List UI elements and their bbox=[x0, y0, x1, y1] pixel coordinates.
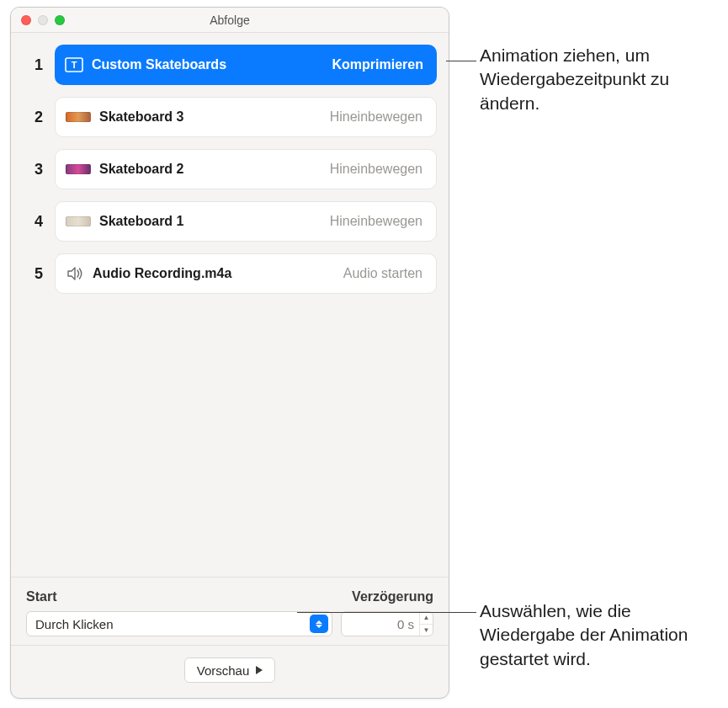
audio-icon bbox=[66, 264, 84, 283]
minimize-icon[interactable] bbox=[38, 15, 48, 25]
item-effect: Hineinbewegen bbox=[330, 214, 422, 229]
list-item[interactable]: 5 Audio Recording.m4a Audio starten bbox=[23, 253, 437, 294]
list-item[interactable]: 2 Skateboard 3 Hineinbewegen bbox=[23, 97, 437, 137]
callout-line bbox=[297, 612, 476, 613]
start-label: Start bbox=[26, 589, 56, 604]
skateboard-thumbnail-icon bbox=[66, 216, 91, 226]
bottom-panel: Start Verzögerung Durch Klicken 0 s ▲ ▼ bbox=[11, 577, 449, 698]
maximize-icon[interactable] bbox=[55, 15, 65, 25]
titlebar[interactable]: Abfolge bbox=[11, 8, 449, 33]
item-name: Custom Skateboards bbox=[92, 57, 324, 72]
list-item-card-selected[interactable]: T Custom Skateboards Komprimieren bbox=[55, 45, 437, 85]
skateboard-thumbnail-icon bbox=[66, 112, 91, 122]
list-item[interactable]: 1 T Custom Skateboards Komprimieren bbox=[23, 45, 437, 85]
delay-label: Verzögerung bbox=[352, 589, 433, 604]
row-number: 1 bbox=[23, 56, 55, 74]
preview-button[interactable]: Vorschau bbox=[184, 657, 276, 683]
preview-button-label: Vorschau bbox=[197, 663, 250, 678]
item-name: Skateboard 1 bbox=[99, 214, 321, 229]
play-icon bbox=[256, 666, 263, 674]
callout-drag-animation: Animation ziehen, um Wiedergabezeitpunkt… bbox=[480, 44, 724, 115]
item-name: Skateboard 3 bbox=[99, 109, 321, 125]
chevron-up-down-icon bbox=[310, 615, 328, 633]
delay-value: 0 s bbox=[342, 617, 419, 631]
stepper-up-icon[interactable]: ▲ bbox=[420, 612, 433, 625]
row-number: 4 bbox=[23, 213, 55, 231]
item-effect: Hineinbewegen bbox=[330, 162, 422, 177]
list-item-card[interactable]: Skateboard 2 Hineinbewegen bbox=[55, 149, 437, 189]
callout-choose-start: Auswählen, wie die Wiedergabe der Animat… bbox=[480, 599, 715, 671]
start-select[interactable]: Durch Klicken bbox=[26, 611, 332, 636]
row-number: 2 bbox=[23, 109, 55, 126]
traffic-lights bbox=[21, 15, 65, 25]
item-effect: Komprimieren bbox=[332, 57, 423, 72]
close-icon[interactable] bbox=[21, 15, 31, 25]
window-title: Abfolge bbox=[21, 13, 438, 27]
list-item[interactable]: 3 Skateboard 2 Hineinbewegen bbox=[23, 149, 437, 189]
row-number: 3 bbox=[23, 161, 55, 178]
delay-stepper[interactable]: 0 s ▲ ▼ bbox=[341, 611, 433, 636]
item-effect: Hineinbewegen bbox=[330, 109, 422, 125]
list-item-card[interactable]: Audio Recording.m4a Audio starten bbox=[55, 253, 437, 294]
start-select-value: Durch Klicken bbox=[35, 617, 114, 631]
animation-list: 1 T Custom Skateboards Komprimieren 2 Sk… bbox=[11, 33, 449, 577]
row-number: 5 bbox=[23, 265, 55, 283]
list-item[interactable]: 4 Skateboard 1 Hineinbewegen bbox=[23, 201, 437, 242]
item-effect: Audio starten bbox=[343, 266, 422, 281]
divider bbox=[11, 645, 449, 646]
item-name: Audio Recording.m4a bbox=[93, 266, 335, 281]
build-order-window: Abfolge 1 T Custom Skateboards Komprimie… bbox=[10, 7, 449, 699]
list-item-card[interactable]: Skateboard 3 Hineinbewegen bbox=[55, 97, 437, 137]
svg-text:T: T bbox=[72, 60, 77, 70]
stepper-down-icon[interactable]: ▼ bbox=[420, 625, 433, 636]
list-item-card[interactable]: Skateboard 1 Hineinbewegen bbox=[55, 201, 437, 242]
callout-line bbox=[446, 61, 476, 61]
text-frame-icon: T bbox=[65, 56, 83, 74]
skateboard-thumbnail-icon bbox=[66, 164, 91, 174]
item-name: Skateboard 2 bbox=[99, 162, 321, 177]
stepper-buttons: ▲ ▼ bbox=[419, 612, 433, 636]
